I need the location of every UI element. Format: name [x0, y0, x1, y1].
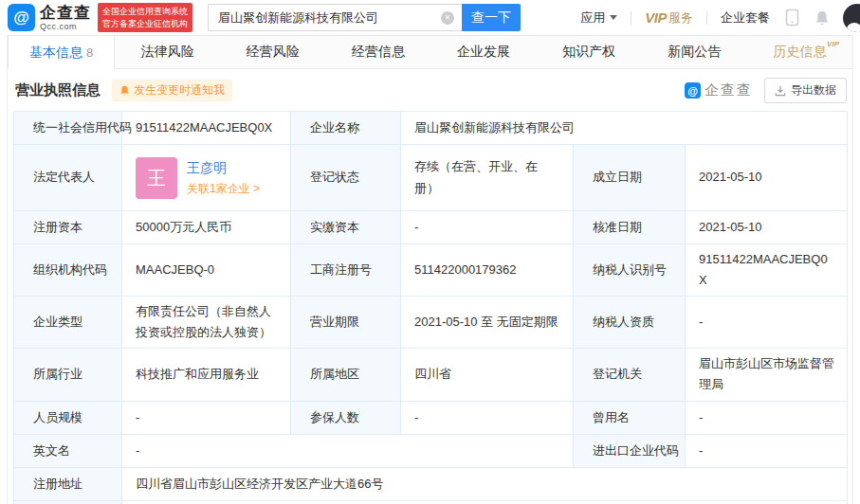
- field-label: 所属地区: [291, 349, 401, 401]
- field-label: 英文名: [14, 434, 122, 467]
- field-label: 参保人数: [291, 401, 401, 434]
- field-value: 50000万元人民币: [122, 211, 291, 244]
- field-label: 注册资本: [14, 211, 122, 244]
- bell-icon: [119, 84, 130, 97]
- search-input[interactable]: [218, 10, 441, 25]
- tab-intellectual-property[interactable]: 知识产权: [537, 36, 642, 68]
- qcc-logo[interactable]: @ 企查查 Qcc.com: [8, 4, 91, 31]
- search-button[interactable]: 查一下: [462, 4, 521, 31]
- tab-legal-risk[interactable]: 法律风险: [115, 36, 220, 68]
- tab-count: 8: [86, 45, 93, 60]
- tab-operation-risk[interactable]: 经营风险: [220, 36, 325, 68]
- field-label: 纳税人资质: [574, 297, 686, 349]
- field-label: 经营范围: [14, 500, 122, 504]
- apps-menu[interactable]: 应用: [580, 9, 617, 27]
- field-label: 登记状态: [291, 145, 401, 211]
- field-label: 企业类型: [14, 297, 122, 349]
- table-row: 英文名 - 进出口企业代码 -: [14, 434, 848, 467]
- field-value: 2021-05-10 至 无固定期限: [401, 297, 574, 349]
- field-value: 眉山市彭山区市场监督管理局: [686, 349, 848, 401]
- field-label: 实缴资本: [291, 211, 401, 244]
- field-value: 511422000179362: [401, 244, 574, 297]
- field-value: -: [122, 434, 574, 467]
- vip-service-link[interactable]: VIP 服务: [645, 9, 693, 27]
- field-value: -: [686, 297, 848, 349]
- tab-operation-info[interactable]: 经营信息: [325, 36, 430, 68]
- field-value: 科技推广和应用服务业: [122, 349, 291, 401]
- field-value: 四川省: [401, 349, 574, 401]
- search-bar: × 查一下: [208, 4, 521, 31]
- section-title: 营业执照信息: [15, 81, 101, 99]
- field-label: 组织机构代码: [14, 244, 122, 297]
- tab-enterprise-development[interactable]: 企业发展: [431, 36, 537, 68]
- table-row: 统一社会信用代码 91511422MAACJEBQ0X 企业名称 眉山聚创新能源…: [14, 112, 848, 145]
- table-row: 注册地址 四川省眉山市彭山区经济开发区产业大道66号: [14, 467, 848, 500]
- legal-rep-name-link[interactable]: 王彦明: [187, 158, 260, 178]
- field-value: 有限责任公司（非自然人投资或控股的法人独资）: [122, 297, 291, 349]
- qcc-watermark-icon: @: [685, 82, 701, 99]
- notification-bell-icon[interactable]: [814, 9, 830, 27]
- table-row: 组织机构代码 MAACJEBQ-0 工商注册号 511422000179362 …: [14, 244, 848, 297]
- credit-system-badge: 全国企业信用查询系统 官方备案企业征信机构: [98, 3, 192, 31]
- field-label: 工商注册号: [291, 244, 401, 297]
- logo-domain: Qcc.com: [40, 23, 91, 31]
- download-icon: [775, 85, 786, 97]
- field-label: 纳税人识别号: [574, 244, 686, 297]
- table-row: 注册资本 50000万元人民币 实缴资本 - 核准日期 2021-05-10: [14, 211, 848, 244]
- content-card: 基本信息 8 法律风险 经营风险 经营信息 企业发展 知识产权 新闻公告 历史信…: [7, 35, 853, 504]
- field-label: 注册地址: [14, 467, 122, 500]
- field-label: 营业期限: [291, 297, 401, 349]
- field-value: -: [122, 401, 291, 434]
- top-header: @ 企查查 Qcc.com 全国企业信用查询系统 官方备案企业征信机构 × 查一…: [0, 0, 860, 35]
- field-value: 91511422MAACJEBQ0X: [686, 244, 848, 297]
- tab-bar: 基本信息 8 法律风险 经营风险 经营信息 企业发展 知识产权 新闻公告 历史信…: [8, 35, 852, 69]
- tab-history-info[interactable]: 历史信息 VIP: [747, 36, 852, 68]
- export-data-button[interactable]: 导出数据: [764, 78, 847, 103]
- table-row: 所属行业 科技推广和应用服务业 所属地区 四川省 登记机关 眉山市彭山区市场监督…: [14, 349, 848, 401]
- logo-name: 企查查: [40, 5, 91, 21]
- vip-logo-icon: VIP: [645, 9, 667, 26]
- tab-basic-info[interactable]: 基本信息 8: [8, 36, 115, 69]
- chevron-down-icon: [610, 15, 617, 20]
- field-value: -: [686, 401, 848, 434]
- field-value: 一般项目：技术服务、技术开发、技术咨询、技术交流、技术转让、技术推广；电池制造；…: [122, 500, 848, 504]
- field-label: 人员规模: [14, 401, 122, 434]
- field-label: 核准日期: [574, 211, 686, 244]
- field-value: 91511422MAACJEBQ0X: [122, 112, 291, 145]
- user-avatar[interactable]: [843, 4, 860, 32]
- table-row: 经营范围 一般项目：技术服务、技术开发、技术咨询、技术交流、技术转让、技术推广；…: [14, 500, 848, 504]
- related-companies-link[interactable]: 关联1家企业 >: [187, 180, 260, 197]
- legal-rep-avatar: 王: [136, 157, 177, 199]
- field-label: 曾用名: [574, 401, 686, 434]
- field-label: 企业名称: [291, 112, 401, 145]
- field-value: 四川省眉山市彭山区经济开发区产业大道66号: [122, 467, 848, 500]
- qcc-logo-icon: @: [8, 4, 35, 31]
- qcc-watermark: @ 企查查: [685, 81, 753, 99]
- tab-news[interactable]: 新闻公告: [642, 36, 747, 68]
- field-label: 进出口企业代码: [574, 434, 686, 467]
- field-label: 法定代表人: [14, 145, 122, 211]
- field-value: -: [401, 211, 574, 244]
- field-value: 存续（在营、开业、在册）: [401, 145, 574, 211]
- enterprise-package-link[interactable]: 企业套餐: [721, 9, 770, 27]
- table-row-legal-representative: 法定代表人 王 王彦明 关联1家企业 > 登记状态 存续（在营、开业、在册） 成…: [14, 145, 848, 211]
- table-row: 企业类型 有限责任公司（非自然人投资或控股的法人独资） 营业期限 2021-05…: [14, 297, 848, 349]
- business-license-table: 统一社会信用代码 91511422MAACJEBQ0X 企业名称 眉山聚创新能源…: [13, 111, 848, 504]
- field-value: 眉山聚创新能源科技有限公司: [401, 112, 848, 145]
- field-label: 成立日期: [574, 145, 686, 211]
- field-value: -: [686, 434, 848, 467]
- notify-on-change-button[interactable]: 发生变更时通知我: [112, 80, 232, 101]
- field-label: 登记机关: [574, 349, 686, 401]
- field-label: 统一社会信用代码: [14, 112, 122, 145]
- table-row: 人员规模 - 参保人数 - 曾用名 -: [14, 401, 848, 434]
- field-label: 所属行业: [14, 349, 122, 401]
- clear-search-icon[interactable]: ×: [441, 11, 454, 25]
- field-value: -: [401, 401, 574, 434]
- mobile-app-icon[interactable]: [785, 9, 799, 27]
- vip-badge: VIP: [827, 40, 839, 48]
- field-value: 2021-05-10: [686, 145, 848, 211]
- section-header: 营业执照信息 发生变更时通知我 @ 企查查 导出数据: [8, 69, 852, 111]
- field-value: 2021-05-10: [686, 211, 848, 244]
- field-value: MAACJEBQ-0: [122, 244, 291, 297]
